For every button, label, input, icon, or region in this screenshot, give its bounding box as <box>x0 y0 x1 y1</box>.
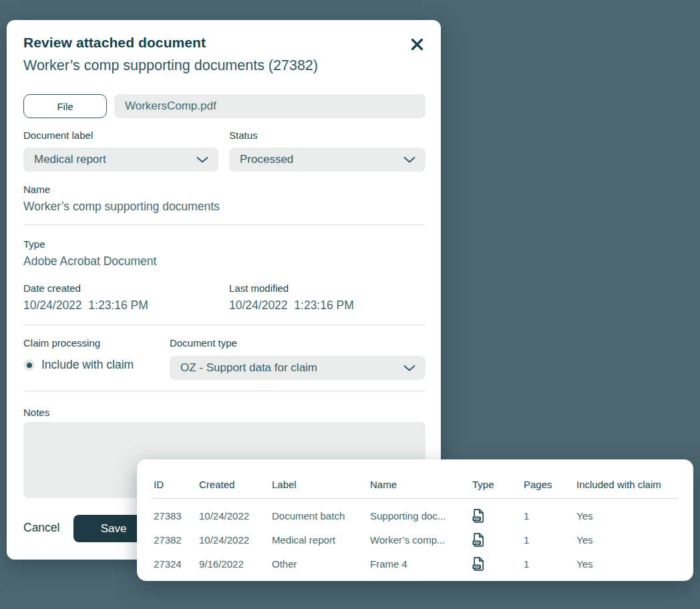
cell-created: 9/16/2022 <box>199 558 272 570</box>
last-modified-value: 10/24/2022 1:23:16 PM <box>229 298 354 313</box>
svg-text:PDF: PDF <box>474 565 480 568</box>
last-modified-label: Last modified <box>229 282 289 294</box>
name-label: Name <box>23 184 50 195</box>
cell-label: Medical report <box>272 534 370 546</box>
cell-included: Yes <box>576 510 680 522</box>
divider <box>23 391 425 391</box>
cell-label: Other <box>272 558 370 570</box>
date-created-label: Date created <box>23 282 81 294</box>
include-with-claim-option[interactable]: Include with claim <box>23 358 134 372</box>
cell-included: Yes <box>576 534 680 546</box>
table-row[interactable]: 27324 9/16/2022 Other Frame 4 PDF 1 Yes <box>137 552 693 576</box>
type-label: Type <box>23 238 45 250</box>
radio-selected-icon[interactable] <box>23 359 35 371</box>
cell-created: 10/24/2022 <box>199 534 272 546</box>
filename-field[interactable]: WorkersComp.pdf <box>114 94 425 118</box>
cell-id: 27382 <box>154 534 199 546</box>
document-type-label: Document type <box>170 337 237 349</box>
close-icon <box>409 37 425 52</box>
cancel-button[interactable]: Cancel <box>23 521 59 535</box>
date-created-value: 10/24/2022 1:23:16 PM <box>23 298 148 313</box>
cell-name: Worker’s comp... <box>370 534 472 546</box>
document-type-value: OZ - Support data for claim <box>180 361 317 375</box>
table-row[interactable]: 27382 10/24/2022 Medical report Worker’s… <box>137 528 693 552</box>
notes-label: Notes <box>23 407 49 418</box>
cell-pages: 1 <box>524 534 576 546</box>
column-header-pages: Pages <box>524 479 576 490</box>
status-value: Processed <box>240 153 293 166</box>
cell-name: Frame 4 <box>370 558 472 570</box>
cell-name: Supporting doc... <box>370 510 472 522</box>
column-header-id: ID <box>154 479 199 490</box>
column-header-included: Included with claim <box>576 479 680 490</box>
cell-id: 27383 <box>154 510 199 522</box>
divider <box>23 325 425 325</box>
document-label-dropdown[interactable]: Medical report <box>23 148 218 172</box>
pdf-file-icon: PDF <box>472 533 524 547</box>
status-dropdown[interactable]: Processed <box>229 148 425 172</box>
pdf-file-icon: PDF <box>472 557 524 571</box>
cell-label: Document batch <box>272 510 370 522</box>
column-header-created: Created <box>199 479 272 490</box>
modal-subtitle: Worker’s comp supporting documents (2738… <box>23 57 318 74</box>
cell-created: 10/24/2022 <box>199 510 272 522</box>
type-value: Adobe Acrobat Document <box>23 254 156 268</box>
name-value: Worker’s comp supporting documents <box>23 200 220 214</box>
close-button[interactable] <box>408 35 425 53</box>
claim-processing-label: Claim processing <box>23 337 100 349</box>
include-with-claim-label: Include with claim <box>41 358 134 372</box>
divider <box>23 224 425 225</box>
chevron-down-icon <box>403 156 416 164</box>
svg-text:PDF: PDF <box>474 541 480 544</box>
documents-table-panel: ID Created Label Name Type Pages Include… <box>137 459 693 581</box>
column-header-name: Name <box>370 479 472 490</box>
document-label-value: Medical report <box>34 153 106 166</box>
page-background: Review attached document Worker’s comp s… <box>0 0 700 609</box>
table-header-row: ID Created Label Name Type Pages Include… <box>137 459 693 494</box>
radio-dot <box>27 363 32 368</box>
cell-pages: 1 <box>524 558 576 570</box>
column-header-type: Type <box>472 479 524 490</box>
cell-included: Yes <box>576 558 680 570</box>
file-button[interactable]: File <box>23 94 107 118</box>
chevron-down-icon <box>196 156 209 164</box>
svg-text:PDF: PDF <box>474 517 480 520</box>
pdf-file-icon: PDF <box>472 509 524 523</box>
status-label: Status <box>229 130 258 141</box>
cell-pages: 1 <box>524 510 576 522</box>
modal-title: Review attached document <box>23 35 206 51</box>
cell-id: 27324 <box>154 558 199 570</box>
document-type-dropdown[interactable]: OZ - Support data for claim <box>170 356 425 380</box>
chevron-down-icon <box>403 365 416 372</box>
column-header-label: Label <box>272 479 370 490</box>
table-row[interactable]: 27383 10/24/2022 Document batch Supporti… <box>137 503 693 528</box>
document-label-label: Document label <box>23 130 93 141</box>
